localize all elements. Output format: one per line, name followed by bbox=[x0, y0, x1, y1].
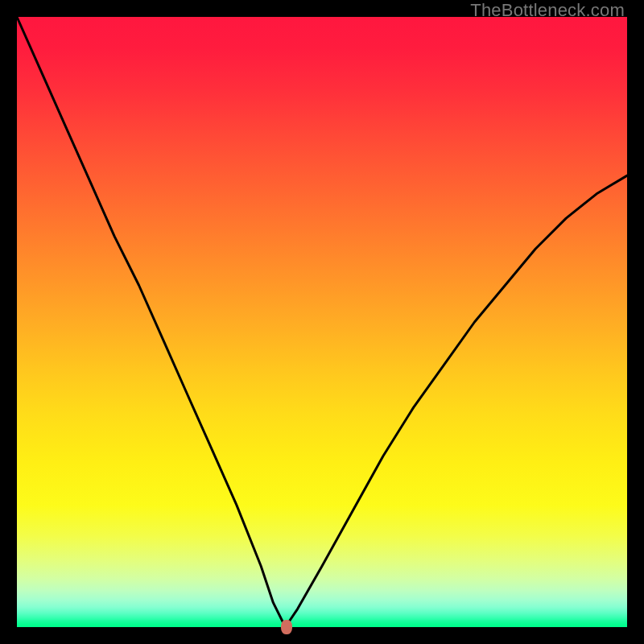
chart-frame: TheBottleneck.com bbox=[0, 0, 644, 644]
optimal-point-marker bbox=[281, 620, 292, 634]
bottleneck-curve bbox=[17, 17, 627, 627]
plot-area bbox=[17, 17, 627, 627]
